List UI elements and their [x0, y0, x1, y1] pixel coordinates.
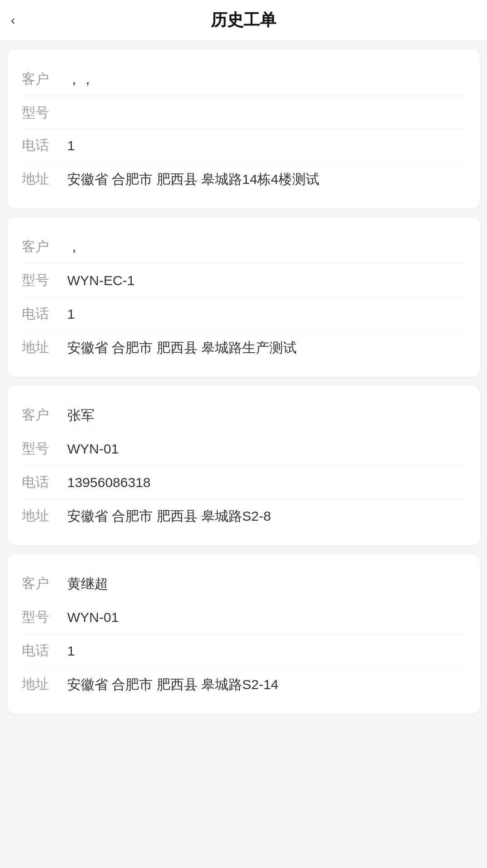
- row-label: 型号: [22, 270, 67, 290]
- card-row: 型号: [22, 96, 465, 129]
- row-label: 型号: [22, 103, 67, 122]
- card-row: 客户黄继超: [22, 567, 465, 601]
- row-value: WYN-EC-1: [67, 270, 465, 291]
- work-order-card-1[interactable]: 客户，，型号电话1地址安徽省 合肥市 肥西县 皋城路14栋4楼测试: [7, 50, 480, 208]
- card-row: 地址安徽省 合肥市 肥西县 皋城路生产测试: [22, 331, 465, 364]
- row-value: 安徽省 合肥市 肥西县 皋城路14栋4楼测试: [67, 169, 465, 189]
- main-content: 客户，，型号电话1地址安徽省 合肥市 肥西县 皋城路14栋4楼测试客户，型号WY…: [0, 41, 487, 723]
- row-value: 黄继超: [67, 573, 465, 594]
- page-title: 历史工单: [211, 9, 276, 31]
- work-order-card-4[interactable]: 客户黄继超型号WYN-01电话1地址安徽省 合肥市 肥西县 皋城路S2-14: [7, 554, 480, 714]
- card-row: 型号WYN-EC-1: [22, 264, 465, 297]
- row-label: 电话: [22, 135, 67, 155]
- row-value: ，: [67, 237, 465, 257]
- row-label: 客户: [22, 237, 67, 256]
- card-row: 客户，: [22, 230, 465, 264]
- row-label: 地址: [22, 506, 67, 525]
- row-label: 地址: [22, 169, 67, 188]
- card-row: 客户，，: [22, 63, 465, 96]
- row-label: 电话: [22, 472, 67, 492]
- row-value: 1: [67, 135, 465, 156]
- row-value: 安徽省 合肥市 肥西县 皋城路S2-14: [67, 674, 465, 695]
- row-value: 13956086318: [67, 472, 465, 493]
- row-label: 客户: [22, 573, 67, 593]
- row-label: 型号: [22, 607, 67, 626]
- row-value: 安徽省 合肥市 肥西县 皋城路生产测试: [67, 337, 465, 358]
- card-row: 地址安徽省 合肥市 肥西县 皋城路S2-14: [22, 668, 465, 701]
- row-value: ，，: [67, 69, 465, 89]
- row-value: WYN-01: [67, 439, 465, 459]
- row-label: 客户: [22, 69, 67, 89]
- row-value: 安徽省 合肥市 肥西县 皋城路S2-8: [67, 506, 465, 526]
- work-order-card-2[interactable]: 客户，型号WYN-EC-1电话1地址安徽省 合肥市 肥西县 皋城路生产测试: [7, 217, 480, 377]
- card-row: 客户张军: [22, 399, 465, 432]
- card-row: 地址安徽省 合肥市 肥西县 皋城路S2-8: [22, 499, 465, 533]
- page-header: ‹ 历史工单: [0, 0, 487, 41]
- row-label: 电话: [22, 304, 67, 323]
- row-label: 地址: [22, 674, 67, 694]
- row-label: 电话: [22, 641, 67, 660]
- card-row: 型号WYN-01: [22, 432, 465, 466]
- work-order-card-3[interactable]: 客户张军型号WYN-01电话13956086318地址安徽省 合肥市 肥西县 皋…: [7, 386, 480, 545]
- card-row: 型号WYN-01: [22, 601, 465, 634]
- row-label: 型号: [22, 439, 67, 458]
- card-row: 电话13956086318: [22, 466, 465, 499]
- card-row: 电话1: [22, 634, 465, 668]
- row-value: 张军: [67, 405, 465, 425]
- back-button[interactable]: ‹: [11, 14, 15, 27]
- row-value: 1: [67, 641, 465, 661]
- card-row: 电话1: [22, 129, 465, 163]
- row-label: 地址: [22, 337, 67, 357]
- card-row: 地址安徽省 合肥市 肥西县 皋城路14栋4楼测试: [22, 163, 465, 196]
- row-value: WYN-01: [67, 607, 465, 627]
- card-row: 电话1: [22, 297, 465, 331]
- row-value: 1: [67, 304, 465, 324]
- row-label: 客户: [22, 405, 67, 424]
